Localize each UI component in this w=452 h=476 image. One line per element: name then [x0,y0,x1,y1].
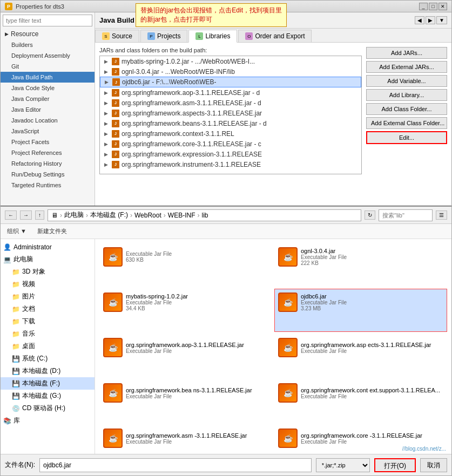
maximize-button[interactable]: □ [429,3,437,10]
file-item-aspects[interactable]: ☕ org.springframework.asp ects-3.1.1.REL… [274,334,447,377]
sidebar-item-builders[interactable]: Builders [1,39,95,50]
tree-item-3d[interactable]: 📁 3D 对象 [1,266,95,278]
file-item-mybatis[interactable]: ☕ mybatis-spring-1.0.2.jar Executable Ja… [99,289,272,332]
search-input[interactable] [379,209,433,221]
sidebar-item-javadoc[interactable]: Javadoc Location [1,115,95,126]
tree-item-administrator[interactable]: 👤 Administrator [1,241,95,253]
tree-item-drive-g[interactable]: 💾 本地磁盘 (G:) [1,390,95,402]
tab-projects[interactable]: P Projects [140,30,187,42]
sidebar-item-targeted-runtimes[interactable]: Targeted Runtimes [1,180,95,191]
minimize-button[interactable]: _ [419,3,428,10]
properties-body: ▶Resource Builders Deployment Assembly G… [1,12,451,206]
folder-documents-icon: 📁 [11,305,20,314]
jar-icon: J [112,78,120,86]
jar-item-aspects[interactable]: ▶ J org.springframework.aspects-3.1.1.RE… [100,108,361,118]
forward-nav-button[interactable]: ▶ [426,16,435,24]
sidebar-item-run-debug[interactable]: Run/Debug Settings [1,169,95,180]
file-item-unknown[interactable]: ☕ Executable Jar File 630 KB [99,243,272,287]
jar-item-ojdbc6[interactable]: ▶ J ojdbc6.jar - F:\...\WebRoot\WEB- [100,77,361,87]
file-item-aop[interactable]: ☕ org.springframework.aop-3.1.1.RELEASE.… [99,334,272,377]
file-item-beans[interactable]: ☕ org.springframework.bea ns-3.1.1.RELEA… [99,379,272,423]
sidebar-item-resource[interactable]: ▶Resource [1,29,95,39]
dropdown-nav-button[interactable]: ▼ [436,16,447,24]
filename-label: 文件名(N): [5,460,35,470]
back-button[interactable]: ← [5,210,17,220]
tree-item-this-pc[interactable]: 💻 此电脑 [1,253,95,266]
add-external-jars-button[interactable]: Add External JARs... [366,61,447,73]
tree-item-documents[interactable]: 📁 文档 [1,303,95,315]
jar-item-expression[interactable]: ▶ J org.springframework.expression-3.1.1… [100,149,361,159]
sidebar-item-java-editor[interactable]: Java Editor [1,104,95,115]
annotation-text: 替换旧的jar包会出现报错，点击Edit，找到项目里的新jar包，点击打开即可 [140,6,282,23]
add-class-folder-button[interactable]: Add Class Folder... [366,103,447,115]
close-button[interactable]: ✕ [438,3,447,10]
tree-item-drive-d[interactable]: 💾 本地磁盘 (D:) [1,365,95,377]
filetype-select[interactable]: *.jar;*.zip [316,458,370,472]
file-item-context-support[interactable]: ☕ org.springframework.cont ext.support-3… [274,379,447,423]
new-folder-button[interactable]: 新建文件夹 [35,226,69,236]
jar-item-core[interactable]: ▶ J org.springframework.core-3.1.1.RELEA… [100,139,361,149]
tree-item-desktop[interactable]: 📁 桌面 [1,340,95,352]
sidebar-item-git[interactable]: Git [1,61,95,72]
jar-item-context[interactable]: ▶ J org.springframework.context-3.1.1.RE… [100,128,361,139]
file-item-ognl[interactable]: ☕ ognl-3.0.4.jar Executable Jar File 222… [274,243,447,287]
jar-item-aop[interactable]: ▶ J org.springframework.aop-3.1.1.RELEAS… [100,87,361,98]
up-button[interactable]: ↑ [35,210,44,220]
jar-name: org.springframework.aspects-3.1.1.RELEAS… [122,110,262,117]
props-content: Java Build Path ◀ ▶ ▼ S Source P Project… [95,12,451,206]
sidebar-item-java-compiler[interactable]: Java Compiler [1,93,95,104]
jar-name: org.springframework.asm-3.1.1.RELEASE.ja… [122,99,261,107]
tab-order-export[interactable]: O Order and Export [238,30,312,42]
tree-item-downloads[interactable]: 📁 下载 [1,315,95,328]
drive-f-icon: 💾 [11,379,20,388]
java-file-icon: ☕ [278,383,298,403]
file-item-asm[interactable]: ☕ org.springframework.asm -3.1.1.RELEASE… [99,425,272,454]
tab-libraries[interactable]: L Libraries [188,30,237,43]
jar-item-beans[interactable]: ▶ J org.springframework.beans-3.1.1.RELE… [100,118,361,128]
tree-item-drive-c[interactable]: 💾 系统 (C:) [1,352,95,365]
libraries-tab-icon: L [195,32,203,40]
add-external-class-folder-button[interactable]: Add External Class Folder... [366,117,447,129]
sidebar-item-java-code-style[interactable]: Java Code Style [1,83,95,93]
tabs-row: S Source P Projects L Libraries O Order … [95,29,451,43]
tree-item-music[interactable]: 📁 音乐 [1,328,95,340]
forward-button[interactable]: → [20,210,32,220]
tab-source[interactable]: S Source [95,30,139,42]
filename-input[interactable] [39,458,312,472]
sidebar-item-deployment[interactable]: Deployment Assembly [1,50,95,61]
sidebar-item-java-build-path[interactable]: Java Build Path [1,72,95,83]
open-button[interactable]: 打开(O) [374,458,416,472]
tree-item-video[interactable]: 📁 视频 [1,278,95,290]
address-bar: ← → ↑ 🖥 › 此电脑 › 本地磁盘 (F:) › WebRoot › WE… [1,207,451,224]
jar-name: org.springframework.context-3.1.1.REL [122,130,234,138]
jars-list[interactable]: ▶ J mybatis-spring-1.0.2.jar - .../WebRo… [99,56,362,174]
add-variable-button[interactable]: Add Variable... [366,75,447,87]
cancel-button[interactable]: 取消 [420,458,447,472]
build-path-content: JARs and class folders on the build path… [95,43,451,206]
file-browser-window: ← → ↑ 🖥 › 此电脑 › 本地磁盘 (F:) › WebRoot › WE… [0,206,452,476]
java-file-icon: ☕ [103,247,123,267]
add-jars-button[interactable]: Add JARs... [366,47,447,59]
edit-button[interactable]: Edit... [366,131,447,144]
sidebar-item-javascript[interactable]: JavaScript [1,126,95,137]
back-nav-button[interactable]: ◀ [415,16,424,24]
refresh-button[interactable]: ↻ [365,210,375,220]
add-library-button[interactable]: Add Library... [366,89,447,101]
file-item-ojdbc6[interactable]: ☕ ojdbc6.jar Executable Jar File 3.23 MB [274,289,447,332]
jar-item-ognl[interactable]: ▶ J ognl-3.0.4.jar - ...WebRoot/WEB-INF/… [100,66,361,77]
view-options-button[interactable]: ☰ [436,210,447,220]
sidebar-item-project-references[interactable]: Project References [1,147,95,158]
organize-button[interactable]: 组织 ▼ [5,226,29,236]
filter-input[interactable] [3,15,92,26]
sidebar-item-refactoring[interactable]: Refactoring History [1,158,95,169]
tree-item-drive-h[interactable]: 💿 CD 驱动器 (H:) [1,402,95,414]
jar-item-instrument[interactable]: ▶ J org.springframework.instrument-3.1.1… [100,159,361,169]
tree-item-drive-f[interactable]: 💾 本地磁盘 (F:) [1,377,95,390]
sidebar-item-project-facets[interactable]: Project Facets [1,137,95,147]
user-icon: 👤 [3,243,11,251]
tree-item-pictures[interactable]: 📁 图片 [1,290,95,303]
tree-item-library[interactable]: 📚 库 [1,414,95,427]
jar-item-asm[interactable]: ▶ J org.springframework.asm-3.1.1.RELEAS… [100,98,361,108]
jar-item-mybatis[interactable]: ▶ J mybatis-spring-1.0.2.jar - .../WebRo… [100,56,361,66]
jar-name: ognl-3.0.4.jar - ...WebRoot/WEB-INF/lib [122,68,235,76]
